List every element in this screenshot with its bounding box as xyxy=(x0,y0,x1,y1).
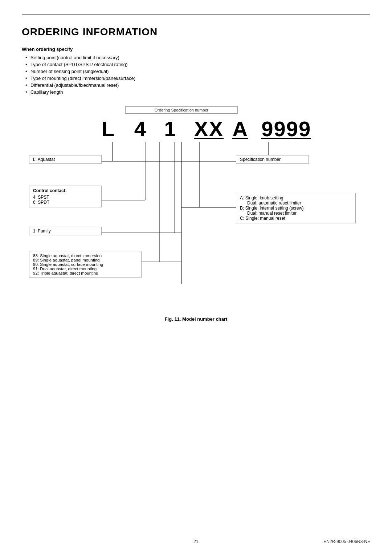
bullet-list: Setting point(control and limit if neces… xyxy=(22,55,370,95)
char-L: L xyxy=(102,117,115,141)
family-label: 1: Family xyxy=(29,227,102,235)
char-4: 4 xyxy=(134,117,147,141)
char-XX: XX xyxy=(194,117,224,141)
model-number-display: L 4 1 XX A 9999 xyxy=(102,117,311,141)
bullet-item: Capillary length xyxy=(25,89,370,95)
spec-number-label: Specification number xyxy=(236,155,309,164)
ordering-spec-label: Ordering Specification number xyxy=(125,106,238,114)
footer-doc-number: EN2R-9005 0406R3-NE xyxy=(255,539,370,544)
char-9999: 9999 xyxy=(261,117,311,141)
footer: 21 EN2R-9005 0406R3-NE xyxy=(0,539,392,544)
l-aquastat-label: L: Aquastat xyxy=(29,155,102,164)
footer-page-number: 21 xyxy=(139,539,254,544)
when-ordering-label: When ordering specify xyxy=(22,46,370,52)
char-1: 1 xyxy=(164,117,176,141)
bullet-item: Type of mounting (direct immersion/panel… xyxy=(25,76,370,81)
bullet-item: Number of sensing point (single/dual) xyxy=(25,69,370,74)
top-border xyxy=(22,15,370,15)
bullet-item: Setting point(control and limit if neces… xyxy=(25,55,370,60)
bullet-item: Type of contact (SPDT/SPST/ electrical r… xyxy=(25,62,370,67)
bullet-item: Differential (adjustable/fixed/manual re… xyxy=(25,82,370,88)
model-diagram: Ordering Specification number L 4 1 XX A xyxy=(22,106,370,309)
page: ORDERING INFORMATION When ordering speci… xyxy=(0,0,392,555)
mounting-options-label: 88: Single aquastat, direct immersion 89… xyxy=(29,251,142,278)
abc-options-label: A: Single: knob setting Dual: automatic … xyxy=(236,193,356,223)
char-A: A xyxy=(232,117,248,141)
page-title: ORDERING INFORMATION xyxy=(22,26,370,38)
control-contact-label: Control contact: 4: SPST 6: SPDT xyxy=(29,186,102,207)
figure-caption: Fig. 11. Model number chart xyxy=(22,316,370,322)
